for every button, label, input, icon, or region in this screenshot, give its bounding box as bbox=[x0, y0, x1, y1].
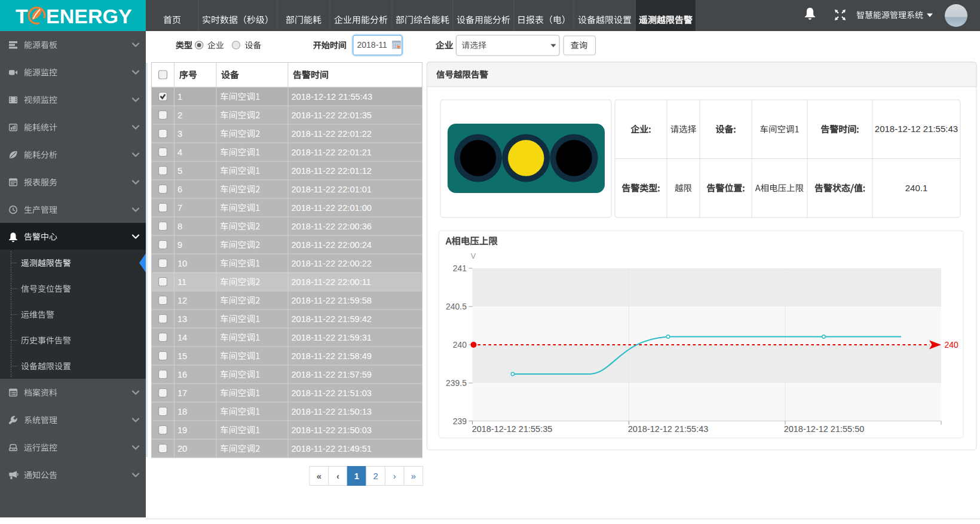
svg-text:2: 2 bbox=[373, 471, 378, 481]
svg-text:2018-11-22 22:01:22: 2018-11-22 22:01:22 bbox=[292, 129, 372, 139]
svg-text:240.1: 240.1 bbox=[905, 183, 928, 193]
svg-text:20: 20 bbox=[177, 444, 187, 453]
svg-text:2018-11-22 22:01:00: 2018-11-22 22:01:00 bbox=[292, 203, 372, 213]
svg-text:9: 9 bbox=[177, 240, 182, 250]
svg-text:16: 16 bbox=[177, 370, 187, 379]
svg-text:2018-11-22 22:00:22: 2018-11-22 22:00:22 bbox=[292, 259, 372, 268]
svg-text:5: 5 bbox=[177, 166, 182, 176]
svg-text:2018-11-22 22:00:36: 2018-11-22 22:00:36 bbox=[292, 222, 372, 231]
svg-text:2018-11-22 21:58:49: 2018-11-22 21:58:49 bbox=[292, 351, 372, 361]
svg-text:19: 19 bbox=[177, 425, 187, 435]
svg-text:2018-11-22 22:01:35: 2018-11-22 22:01:35 bbox=[292, 111, 372, 120]
svg-text:1: 1 bbox=[354, 471, 359, 481]
svg-text:2018-11-22 22:01:12: 2018-11-22 22:01:12 bbox=[292, 166, 372, 176]
svg-text:240.5: 240.5 bbox=[446, 302, 467, 311]
svg-text:2018-11-22 22:01:21: 2018-11-22 22:01:21 bbox=[292, 148, 372, 157]
svg-text:»: » bbox=[411, 471, 416, 481]
svg-text:17: 17 bbox=[177, 388, 187, 398]
svg-text:ENERGY: ENERGY bbox=[46, 5, 132, 27]
svg-text:2018-12-12 21:55:43: 2018-12-12 21:55:43 bbox=[628, 424, 709, 434]
svg-text:2018-11: 2018-11 bbox=[357, 40, 388, 50]
svg-text:2018-12-12 21:55:35: 2018-12-12 21:55:35 bbox=[472, 424, 553, 434]
svg-text:3: 3 bbox=[177, 129, 182, 139]
svg-text:10: 10 bbox=[177, 259, 187, 268]
svg-text:V: V bbox=[471, 252, 476, 261]
svg-text:2: 2 bbox=[177, 111, 182, 120]
svg-text:2018-11-22 22:00:24: 2018-11-22 22:00:24 bbox=[292, 240, 372, 250]
svg-text:2018-12-12 21:55:43: 2018-12-12 21:55:43 bbox=[875, 124, 958, 134]
svg-text:2018-11-22 21:49:51: 2018-11-22 21:49:51 bbox=[292, 444, 372, 453]
svg-text:14: 14 bbox=[177, 333, 187, 342]
svg-text:T: T bbox=[16, 5, 28, 27]
svg-text:2018-11-22 21:51:03: 2018-11-22 21:51:03 bbox=[292, 388, 372, 398]
svg-text:1: 1 bbox=[177, 92, 182, 102]
svg-text:18: 18 bbox=[177, 407, 187, 416]
svg-text:11: 11 bbox=[177, 277, 186, 287]
svg-text:12: 12 bbox=[177, 296, 187, 305]
svg-text:15: 15 bbox=[177, 351, 187, 361]
svg-text:13: 13 bbox=[177, 314, 187, 324]
svg-text:›: › bbox=[393, 471, 396, 481]
svg-text:4: 4 bbox=[177, 148, 182, 157]
svg-text:2018-11-22 21:57:59: 2018-11-22 21:57:59 bbox=[292, 370, 372, 379]
svg-text:2018-11-22 21:50:13: 2018-11-22 21:50:13 bbox=[292, 407, 372, 416]
svg-text:8: 8 bbox=[177, 222, 182, 231]
svg-text:240: 240 bbox=[945, 340, 959, 350]
svg-text:240: 240 bbox=[453, 340, 467, 350]
svg-text:2018-11-22 22:01:01: 2018-11-22 22:01:01 bbox=[292, 185, 372, 194]
svg-text:2018-11-22 21:50:03: 2018-11-22 21:50:03 bbox=[292, 425, 372, 435]
svg-text:241: 241 bbox=[453, 263, 467, 273]
svg-text:«: « bbox=[317, 471, 321, 481]
svg-text:2018-12-12 21:55:50: 2018-12-12 21:55:50 bbox=[784, 424, 865, 434]
svg-text:239.5: 239.5 bbox=[446, 378, 467, 388]
svg-text:7: 7 bbox=[177, 203, 182, 213]
svg-text:2018-11-22 21:59:58: 2018-11-22 21:59:58 bbox=[292, 296, 372, 305]
svg-text:2018-11-22 21:59:31: 2018-11-22 21:59:31 bbox=[292, 333, 372, 342]
svg-text:6: 6 bbox=[177, 185, 182, 194]
svg-text:‹: ‹ bbox=[336, 471, 339, 481]
svg-text:2018-12-12 21:55:43: 2018-12-12 21:55:43 bbox=[292, 92, 373, 102]
svg-text:2018-11-22 22:00:11: 2018-11-22 22:00:11 bbox=[292, 277, 371, 287]
svg-text:239: 239 bbox=[453, 416, 467, 426]
svg-text:2018-11-22 21:59:42: 2018-11-22 21:59:42 bbox=[292, 314, 372, 324]
